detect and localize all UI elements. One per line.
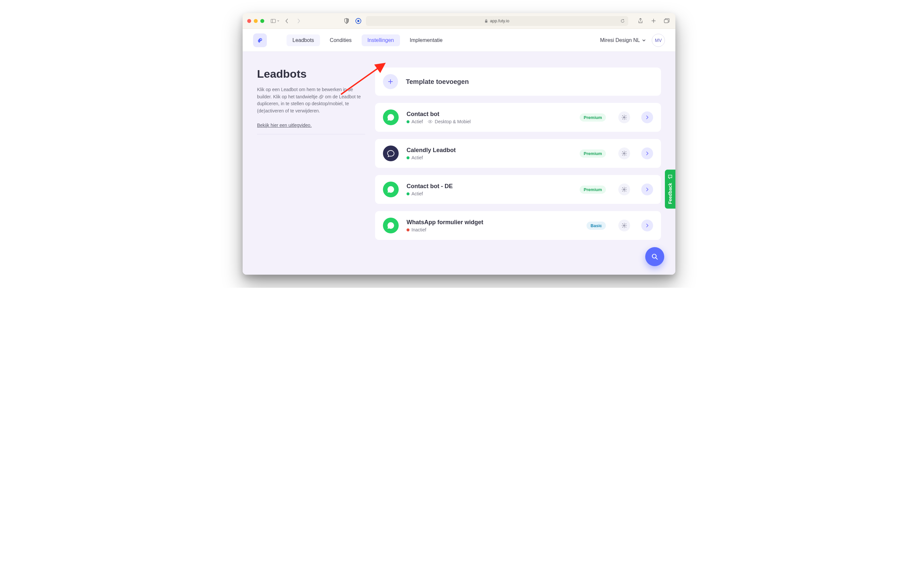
lock-icon xyxy=(485,19,488,23)
status-dot-icon xyxy=(407,228,409,231)
add-template-card[interactable]: Template toevoegen xyxy=(375,68,661,96)
bot-meta: Actief xyxy=(407,155,456,160)
status-dot-icon xyxy=(407,120,409,123)
browser-chrome: app.futy.io xyxy=(242,13,676,29)
svg-point-3 xyxy=(357,20,359,22)
account-menu[interactable]: Miresi Design NL MV xyxy=(600,34,665,47)
nav-instellingen[interactable]: Instellingen xyxy=(362,34,400,46)
bot-status: Actief xyxy=(407,119,423,124)
url-text: app.futy.io xyxy=(490,18,509,23)
reload-icon[interactable] xyxy=(620,19,625,23)
whatsapp-icon xyxy=(383,218,399,233)
account-name: Miresi Design NL xyxy=(600,37,640,43)
page-sidebar: Leadbots Klik op een Leadbot om hem te b… xyxy=(257,68,365,262)
bot-info: Calendly LeadbotActief xyxy=(407,147,456,160)
chevron-right-icon xyxy=(645,115,650,120)
bot-open-button[interactable] xyxy=(641,184,653,195)
bot-name: Contact bot - DE xyxy=(407,183,453,190)
app-header: Leadbots Condities Instellingen Implemen… xyxy=(242,29,676,52)
feedback-tab[interactable]: Feedback xyxy=(665,170,676,209)
sidebar-toggle-button[interactable] xyxy=(271,17,280,25)
bot-name: Contact bot xyxy=(407,111,471,118)
share-icon[interactable] xyxy=(636,17,645,25)
main-nav: Leadbots Condities Instellingen Implemen… xyxy=(286,34,449,46)
bot-card[interactable]: WhatsApp formulier widgetInactiefBasic xyxy=(375,211,661,240)
minimize-window-icon[interactable] xyxy=(254,19,258,23)
svg-point-8 xyxy=(669,176,669,177)
plan-badge: Basic xyxy=(587,221,606,230)
nav-label: Condities xyxy=(330,37,352,43)
nav-condities[interactable]: Condities xyxy=(324,34,358,46)
avatar[interactable]: MV xyxy=(652,34,665,47)
svg-rect-5 xyxy=(664,20,668,23)
gear-icon xyxy=(621,150,627,156)
bot-info: Contact botActiefDesktop & Mobiel xyxy=(407,111,471,124)
chevron-right-icon xyxy=(645,151,650,156)
add-template-label: Template toevoegen xyxy=(406,78,469,86)
chevron-down-icon xyxy=(642,39,646,42)
bot-name: WhatsApp formulier widget xyxy=(407,219,483,226)
svg-rect-0 xyxy=(271,19,275,23)
bot-name: Calendly Leadbot xyxy=(407,147,456,154)
address-bar[interactable]: app.futy.io xyxy=(366,16,628,26)
bot-info: WhatsApp formulier widgetInactief xyxy=(407,219,483,233)
video-link[interactable]: Bekijk hier een uitlegvideo. xyxy=(257,123,312,133)
bot-meta: ActiefDesktop & Mobiel xyxy=(407,119,471,124)
bot-card[interactable]: Contact botActiefDesktop & MobielPremium xyxy=(375,103,661,132)
status-dot-icon xyxy=(407,192,409,195)
maximize-window-icon[interactable] xyxy=(260,19,264,23)
plan-badge: Premium xyxy=(580,186,606,194)
new-tab-icon[interactable] xyxy=(649,17,658,25)
plan-badge: Premium xyxy=(580,113,606,121)
app-root: Leadbots Condities Instellingen Implemen… xyxy=(242,29,676,275)
nav-leadbots[interactable]: Leadbots xyxy=(286,34,320,46)
svg-line-11 xyxy=(656,258,657,259)
bot-card[interactable]: Contact bot - DEActiefPremium xyxy=(375,175,661,204)
bot-settings-button[interactable] xyxy=(618,111,630,123)
page-description: Klik op een Leadbot om hem te bewerken i… xyxy=(257,86,365,115)
chat-icon xyxy=(383,145,399,161)
bot-meta: Inactief xyxy=(407,227,483,233)
video-link-text: Bekijk hier een uitlegvideo. xyxy=(257,123,312,128)
plan-badge: Premium xyxy=(580,149,606,158)
bot-settings-button[interactable] xyxy=(618,220,630,231)
page-title: Leadbots xyxy=(257,68,365,80)
bot-list: Template toevoegen Contact botActiefDesk… xyxy=(375,68,661,262)
whatsapp-icon xyxy=(383,110,399,125)
search-fab[interactable] xyxy=(645,247,664,266)
tabs-icon[interactable] xyxy=(662,17,671,25)
plus-icon xyxy=(383,74,398,89)
app-logo[interactable] xyxy=(253,34,267,47)
divider xyxy=(257,134,365,134)
bot-visibility: Desktop & Mobiel xyxy=(428,119,471,124)
feedback-label: Feedback xyxy=(667,183,673,204)
bot-settings-button[interactable] xyxy=(618,184,630,195)
svg-point-9 xyxy=(671,176,671,177)
forward-button[interactable] xyxy=(294,17,303,25)
status-dot-icon xyxy=(407,156,409,159)
bot-status: Actief xyxy=(407,155,423,160)
nav-label: Instellingen xyxy=(367,37,394,43)
svg-rect-4 xyxy=(485,21,488,23)
nav-implementatie[interactable]: Implementatie xyxy=(404,34,449,46)
nav-label: Leadbots xyxy=(293,37,314,43)
close-window-icon[interactable] xyxy=(247,19,251,23)
nav-label: Implementatie xyxy=(410,37,443,43)
onepassword-icon[interactable] xyxy=(354,17,363,25)
traffic-lights xyxy=(247,19,264,23)
feedback-icon xyxy=(667,174,673,179)
gear-icon xyxy=(621,115,627,120)
bot-meta: Actief xyxy=(407,191,453,196)
page-content: Leadbots Klik op een Leadbot om hem te b… xyxy=(242,52,676,275)
eye-icon xyxy=(428,119,433,124)
bot-settings-button[interactable] xyxy=(618,147,630,159)
bot-open-button[interactable] xyxy=(641,111,653,123)
chevron-right-icon xyxy=(645,187,650,192)
back-button[interactable] xyxy=(283,17,291,25)
bot-open-button[interactable] xyxy=(641,220,653,231)
privacy-shield-icon[interactable] xyxy=(342,17,351,25)
bot-open-button[interactable] xyxy=(641,147,653,159)
bot-card[interactable]: Calendly LeadbotActiefPremium xyxy=(375,139,661,168)
gear-icon xyxy=(621,223,627,228)
gear-icon xyxy=(621,186,627,192)
